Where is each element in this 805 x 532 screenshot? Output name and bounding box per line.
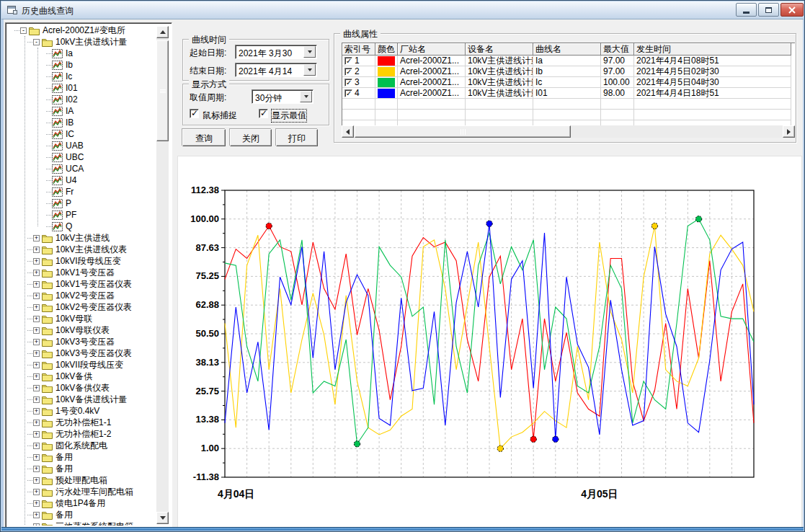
tree-item[interactable]: U4 [7, 174, 158, 186]
expand-toggle-icon[interactable]: + [33, 420, 40, 426]
expand-toggle-icon[interactable]: + [33, 396, 40, 403]
expand-toggle-icon[interactable]: + [33, 316, 40, 322]
column-header[interactable]: 厂站名 [398, 43, 466, 56]
tree-item[interactable]: +10kV备供仪表 [7, 382, 158, 394]
tree-item[interactable]: +备用 [7, 463, 158, 474]
tree-item[interactable]: Ic [7, 71, 158, 82]
tree-item[interactable]: +预处理配电箱 [7, 474, 158, 486]
tree-item[interactable]: +10kV母联 [7, 313, 158, 324]
tree-item[interactable]: +备用 [7, 509, 158, 520]
tree-item[interactable]: I01 [7, 82, 158, 94]
expand-toggle-icon[interactable]: + [33, 408, 40, 414]
tree-item[interactable]: IA [7, 105, 158, 117]
tree-item[interactable]: +馈电1P4备用 [7, 497, 158, 509]
show-extremes-checkbox[interactable]: ✓ [259, 109, 268, 118]
expand-toggle-icon[interactable]: + [33, 512, 40, 518]
expand-toggle-icon[interactable]: + [33, 304, 40, 311]
tree-item[interactable]: PF [7, 209, 158, 221]
table-empty-row[interactable] [342, 120, 795, 125]
table-row[interactable]: ✓3Acrel-2000Z1...10kV主供进线计量Ic100.002021年… [342, 77, 795, 88]
table-row[interactable]: ✓1Acrel-2000Z1...10kV主供进线计量Ia97.002021年4… [342, 56, 795, 66]
scroll-down-button[interactable] [156, 512, 169, 524]
close-button[interactable] [780, 3, 804, 17]
tree-item[interactable]: IC [7, 128, 158, 140]
table-horizontal-scrollbar[interactable] [342, 125, 795, 138]
tree-item[interactable]: +10kV备供 [7, 371, 158, 382]
expand-toggle-icon[interactable]: + [33, 247, 40, 253]
tree-item[interactable]: +10kV备供进线计量 [7, 394, 158, 405]
table-empty-row[interactable] [342, 110, 795, 120]
tree-item[interactable]: I02 [7, 94, 158, 105]
expand-toggle-icon[interactable]: + [33, 339, 40, 345]
tree-item[interactable]: IB [7, 117, 158, 128]
close-dialog-button[interactable]: 关闭 [230, 129, 272, 146]
expand-toggle-icon[interactable]: + [33, 362, 40, 368]
table-scrollbar-thumb[interactable] [355, 125, 571, 138]
start-date-select[interactable]: 2021年 3月30 [235, 45, 317, 59]
chevron-down-icon[interactable] [300, 91, 312, 102]
collapse-toggle-icon[interactable]: - [33, 39, 40, 45]
column-header[interactable]: 设备名 [466, 43, 533, 56]
expand-toggle-icon[interactable]: + [33, 293, 40, 299]
tree-item[interactable]: +三效蒸发系统配电箱 [7, 520, 158, 526]
tree-item[interactable]: Fr [7, 186, 158, 198]
table-row[interactable]: ✓4Acrel-2000Z1...10kV主供进线计量I0198.002021年… [342, 88, 795, 99]
expand-toggle-icon[interactable]: + [33, 466, 40, 472]
column-header[interactable]: 发生时间 [634, 43, 791, 56]
row-checkbox[interactable]: ✓ [344, 79, 352, 87]
column-header[interactable]: 颜色 [375, 43, 398, 56]
restore-button[interactable] [758, 3, 779, 17]
row-checkbox[interactable]: ✓ [344, 68, 352, 76]
column-header[interactable]: 索引号 [342, 43, 375, 56]
tree-scrollbar-thumb[interactable] [156, 40, 169, 141]
tree-item[interactable]: Ib [7, 59, 158, 71]
tree-item[interactable]: +10kV主供进线仪表 [7, 244, 158, 255]
tree-item[interactable]: UBC [7, 151, 158, 163]
tree-item[interactable]: -10kV主供进线计量 [7, 36, 158, 48]
expand-toggle-icon[interactable]: + [33, 373, 40, 380]
tree-item[interactable]: +无功补偿柜1-1 [7, 417, 158, 428]
row-checkbox[interactable]: ✓ [344, 89, 352, 97]
tree-item[interactable]: +10kV3号变压器 [7, 336, 158, 347]
tree-item[interactable]: +10kV3号变压器仪表 [7, 347, 158, 359]
period-select[interactable]: 30分钟 [252, 89, 313, 104]
expand-toggle-icon[interactable]: + [33, 454, 40, 461]
expand-toggle-icon[interactable]: + [33, 270, 40, 276]
tree-item[interactable]: Q [7, 221, 158, 232]
expand-toggle-icon[interactable]: + [33, 258, 40, 265]
expand-toggle-icon[interactable]: + [33, 281, 40, 288]
row-checkbox[interactable]: ✓ [344, 57, 352, 65]
tree-item[interactable]: +备用 [7, 451, 158, 463]
tree-item[interactable]: UCA [7, 163, 158, 174]
chevron-down-icon[interactable] [303, 46, 316, 58]
print-button[interactable]: 打印 [276, 129, 318, 146]
expand-toggle-icon[interactable]: + [33, 477, 40, 484]
chevron-down-icon[interactable] [303, 64, 316, 76]
scroll-left-button[interactable] [342, 125, 354, 138]
expand-toggle-icon[interactable]: + [33, 327, 40, 334]
tree-item[interactable]: +1号变0.4kV [7, 405, 158, 417]
scroll-right-button[interactable] [783, 125, 795, 138]
tree-item[interactable]: +10kV2号变压器仪表 [7, 301, 158, 313]
expand-toggle-icon[interactable]: + [33, 235, 40, 241]
table-row[interactable]: ✓2Acrel-2000Z1...10kV主供进线计量Ib97.002021年4… [342, 66, 795, 77]
expand-toggle-icon[interactable]: + [33, 523, 40, 526]
tree-item[interactable]: +10kV2号变压器 [7, 290, 158, 301]
mouse-capture-checkbox[interactable]: ✓ [190, 109, 199, 118]
expand-toggle-icon[interactable]: + [33, 443, 40, 449]
collapse-toggle-icon[interactable]: - [20, 27, 27, 34]
tree-item[interactable]: +10kV1号变压器 [7, 267, 158, 278]
end-date-select[interactable]: 2021年 4月14 [235, 63, 317, 77]
expand-toggle-icon[interactable]: + [33, 431, 40, 438]
tree-item[interactable]: +10kVII段母线压变 [7, 359, 158, 371]
tree-item[interactable]: +无功补偿柜1-2 [7, 428, 158, 440]
expand-toggle-icon[interactable]: + [33, 385, 40, 391]
tree-item[interactable]: +10kV1号变压器仪表 [7, 278, 158, 290]
tree-item[interactable]: -Acrel-2000Z1#变电所 [7, 25, 158, 36]
column-header[interactable]: 最大值 [601, 43, 634, 56]
expand-toggle-icon[interactable]: + [33, 350, 40, 357]
expand-toggle-icon[interactable]: + [33, 489, 40, 495]
history-curve-chart[interactable]: 112.38100.0087.6375.2562.8850.5038.1325.… [178, 156, 803, 528]
tree-vertical-scrollbar[interactable] [156, 26, 169, 524]
tree-item[interactable]: +10kV主供进线 [7, 232, 158, 244]
